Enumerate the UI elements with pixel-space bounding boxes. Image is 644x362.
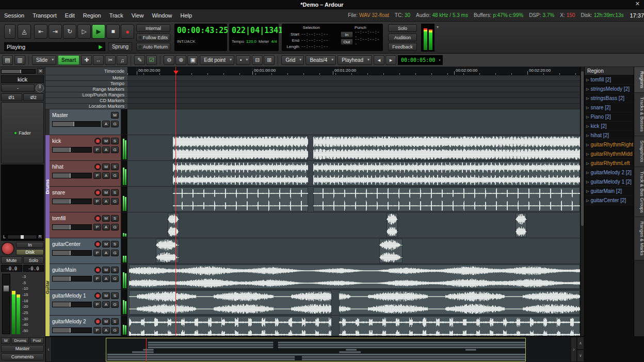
track-g-button[interactable]: G <box>111 198 119 205</box>
side-tab-snapshots[interactable]: Snapshots <box>634 136 644 167</box>
ruler-label-cd-markers[interactable]: CD Markers <box>45 98 127 104</box>
playhead-marker-icon[interactable] <box>173 71 179 74</box>
strip-track-name[interactable]: kick <box>1 75 44 83</box>
secondary-clock[interactable]: 022|04|1341 Tempo 120.0 Meter 4/4 <box>229 24 279 51</box>
track-a-button[interactable]: A <box>102 121 110 127</box>
track-name[interactable]: hihat <box>52 164 94 170</box>
waveform-canvas[interactable] <box>127 161 580 187</box>
solo-button[interactable]: Solo <box>23 256 44 264</box>
expander-icon[interactable]: ▷ <box>586 96 589 101</box>
track-waveform-guitarmelody-2[interactable] <box>127 316 580 336</box>
record-button[interactable]: ● <box>121 24 134 39</box>
menu-edit[interactable]: Edit <box>61 9 79 22</box>
track-a-button[interactable]: A <box>102 224 110 231</box>
shuttle-style-button[interactable]: Sprung <box>108 42 132 51</box>
track-p-button[interactable]: P <box>93 198 101 205</box>
track-waveform-master[interactable] <box>127 109 580 135</box>
group-strip-drums[interactable] <box>45 135 50 161</box>
group-strip-drums[interactable] <box>45 212 50 238</box>
ruler-lane-location-markers[interactable] <box>127 104 580 109</box>
track-p-button[interactable]: P <box>93 275 101 282</box>
fader-automation-button[interactable]: Fader <box>1 102 44 163</box>
expander-icon[interactable]: ▷ <box>586 171 589 175</box>
track-p-button[interactable]: P <box>93 146 101 153</box>
comments-button[interactable]: Comments <box>1 353 44 360</box>
track-header-hihat[interactable]: hihatMSPAG <box>50 161 121 187</box>
track-a-button[interactable]: A <box>102 198 110 205</box>
show-editor-list-button[interactable]: ▤ <box>2 55 13 65</box>
record-arm-button[interactable] <box>94 267 101 273</box>
track-header-kick[interactable]: kickMSPAG <box>50 135 121 161</box>
menu-transport[interactable]: Transport <box>28 9 61 22</box>
strip-tab-drums[interactable]: Drums <box>11 337 29 344</box>
punch-in-button[interactable]: In <box>341 31 353 38</box>
solo-button[interactable]: Solo <box>388 24 417 32</box>
track-a-button[interactable]: A <box>102 146 110 153</box>
track-waveform-snare[interactable] <box>127 187 580 212</box>
mute-button[interactable]: M <box>102 292 110 299</box>
solo-button[interactable]: S <box>111 292 119 299</box>
track-g-button[interactable]: G <box>111 172 119 179</box>
waveform-canvas[interactable] <box>127 187 580 212</box>
solo-button[interactable]: S <box>111 318 119 325</box>
track-g-button[interactable]: G <box>111 250 119 256</box>
track-gain-fader[interactable] <box>52 199 92 204</box>
track-g-button[interactable]: G <box>111 327 119 334</box>
ruler-label-timecode[interactable]: Timecode <box>45 67 127 75</box>
track-gain-fader[interactable] <box>52 147 92 153</box>
solo-button[interactable]: S <box>111 241 119 248</box>
expander-icon[interactable]: ▷ <box>586 115 589 119</box>
error-log-button[interactable]: ! <box>4 24 15 39</box>
strip-width-slider[interactable] <box>1 69 36 74</box>
punch-out-button[interactable]: Out <box>341 39 353 45</box>
primary-clock[interactable]: 00:00:43:25 INT/JACK <box>174 24 227 51</box>
record-arm-button[interactable] <box>94 241 101 248</box>
nudge-forward-button[interactable]: ▸ <box>385 55 396 65</box>
range-mode-button[interactable]: ⇔ <box>93 55 104 65</box>
track-a-button[interactable]: A <box>102 172 110 179</box>
titlebar[interactable]: *Demo – Ardour ✕ <box>0 0 644 9</box>
close-strip-button[interactable]: ✕ <box>37 68 44 74</box>
track-g-button[interactable]: G <box>111 146 119 153</box>
summary-zoom-down-button[interactable]: ∨ <box>577 350 584 362</box>
track-g-button[interactable]: G <box>111 301 119 308</box>
waveform-canvas[interactable] <box>127 290 580 316</box>
trim-knob[interactable] <box>36 84 44 92</box>
zoom-to-session-button[interactable]: ▣ <box>187 55 198 65</box>
track-gain-fader[interactable] <box>52 224 92 230</box>
strip-tab-m[interactable]: M <box>1 337 10 344</box>
record-enable-button[interactable] <box>1 242 14 255</box>
record-arm-button[interactable] <box>94 138 101 144</box>
track-header-guitarcenter[interactable]: guitarCenterMSPAG <box>50 238 121 264</box>
solo-button[interactable]: S <box>111 138 119 144</box>
edit-point-combo[interactable]: Playhead <box>337 55 372 65</box>
menu-session[interactable]: Session <box>0 9 28 22</box>
mute-button[interactable]: M <box>111 112 119 119</box>
goto-end-button[interactable]: ⇥ <box>49 24 62 39</box>
strip-tab-post[interactable]: Post <box>30 337 44 344</box>
shrink-tracks-button[interactable]: ⊟ <box>252 55 263 65</box>
track-waveform-guitarcenter[interactable] <box>127 238 580 264</box>
mute-button[interactable]: M <box>102 138 110 144</box>
input-button[interactable]: - <box>1 84 35 92</box>
region-item-tomfill-2[interactable]: ▷tomfill [2] <box>585 75 634 85</box>
track-name[interactable]: guitarCenter <box>52 241 94 247</box>
transport-status-box[interactable]: Playing ▶ <box>4 42 105 51</box>
track-waveform-hihat[interactable] <box>127 161 580 187</box>
ruler-lane-range-markers[interactable] <box>127 87 580 92</box>
waveform-canvas[interactable] <box>127 135 580 161</box>
region-item-guitarrhythmleft[interactable]: ▷guitarRhythmLeft <box>585 159 634 168</box>
track-name[interactable]: Master <box>52 112 111 118</box>
expander-icon[interactable]: ▷ <box>586 134 589 138</box>
audition-mode-button[interactable]: ♫ <box>117 55 127 65</box>
record-arm-button[interactable] <box>94 189 101 196</box>
zoom-focus-combo[interactable]: Edit point <box>200 55 234 65</box>
expander-icon[interactable]: ▷ <box>586 106 589 110</box>
ruler-lane-loop-punch-ranges[interactable] <box>127 92 580 98</box>
expander-icon[interactable]: ▷ <box>586 199 589 203</box>
record-arm-button[interactable] <box>94 163 101 170</box>
mute-button[interactable]: M <box>102 163 110 170</box>
metronome-button[interactable]: ◬ <box>18 24 31 39</box>
track-header-master[interactable]: MasterMAG <box>50 109 121 135</box>
expander-icon[interactable]: ▷ <box>586 78 589 82</box>
